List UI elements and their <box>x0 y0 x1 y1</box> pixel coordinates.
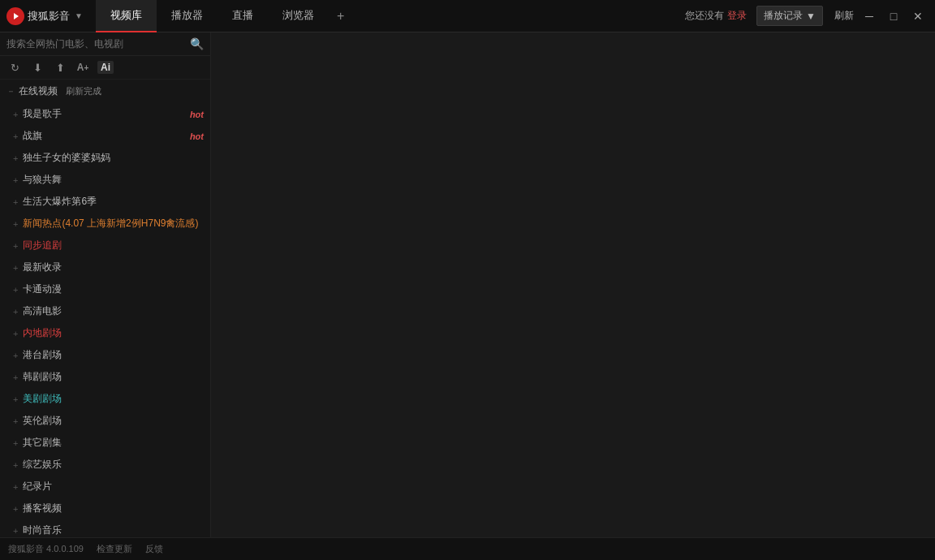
sidebar-scroll: － 在线视频 刷新完成 + 我是歌手 hot + 战旗 hot + 独生子女的婆… <box>0 80 210 537</box>
expand-icon: + <box>13 175 18 185</box>
list-item-katong[interactable]: + 卡通动漫 <box>0 278 210 300</box>
expand-icon: + <box>13 219 18 229</box>
list-item-shenghuo[interactable]: + 生活大爆炸第6季 <box>0 191 210 213</box>
titlebar: 搜狐影音 ▼ 视频库 播放器 直播 浏览器 + 您还没有 登录 播放记录 ▼ 刷… <box>0 0 935 32</box>
tab-player[interactable]: 播放器 <box>157 0 218 32</box>
check-update-link[interactable]: 检查更新 <box>97 543 132 555</box>
expand-icon: + <box>13 197 18 207</box>
history-button[interactable]: 播放记录 ▼ <box>756 6 823 26</box>
font-size-icon[interactable]: A+ <box>75 59 91 75</box>
expand-icon: + <box>13 373 18 382</box>
expand-icon: + <box>13 460 18 470</box>
expand-icon: + <box>13 241 18 251</box>
section-collapse-icon: － <box>6 85 15 97</box>
window-controls: ─ □ ✕ <box>859 6 929 27</box>
list-item-boke[interactable]: + 播客视频 <box>0 498 210 519</box>
logo-label: 搜狐影音 <box>28 9 70 24</box>
app-version: 搜狐影音 4.0.0.109 <box>8 543 84 555</box>
list-item-hanguo[interactable]: + 韩剧剧场 <box>0 366 210 388</box>
expand-icon: + <box>13 153 18 163</box>
search-input[interactable] <box>6 38 190 50</box>
expand-icon: + <box>13 416 18 426</box>
expand-icon: + <box>13 110 18 119</box>
list-item-tongbu[interactable]: + 同步追剧 <box>0 235 210 256</box>
expand-icon: + <box>13 526 18 536</box>
refresh-complete-text: 刷新完成 <box>66 85 101 97</box>
nav-tabs: 视频库 播放器 直播 浏览器 + <box>96 0 685 32</box>
list-item-gangtai[interactable]: + 港台剧场 <box>0 344 210 366</box>
content-area <box>211 32 935 537</box>
list-item-zongyi[interactable]: + 综艺娱乐 <box>0 454 210 476</box>
list-item-meiju[interactable]: + 美剧剧场 <box>0 388 210 410</box>
expand-icon: + <box>13 285 18 295</box>
expand-icon: + <box>13 131 18 141</box>
list-item-qita[interactable]: + 其它剧集 <box>0 432 210 454</box>
statusbar: 搜狐影音 4.0.0.109 检查更新 反馈 <box>0 537 935 560</box>
list-item-woshi-gesh[interactable]: + 我是歌手 hot <box>0 103 210 125</box>
online-video-section-header[interactable]: － 在线视频 刷新完成 <box>0 80 210 103</box>
login-link[interactable]: 登录 <box>727 9 747 23</box>
close-button[interactable]: ✕ <box>907 6 929 27</box>
list-item-gaoqing[interactable]: + 高清电影 <box>0 300 210 322</box>
refresh-button[interactable]: 刷新 <box>829 6 859 25</box>
online-video-label: 在线视频 <box>19 84 58 98</box>
add-tab-button[interactable]: + <box>329 0 352 32</box>
tab-browser[interactable]: 浏览器 <box>268 0 329 32</box>
login-area: 您还没有 登录 <box>685 9 747 23</box>
search-bar: 🔍 <box>0 32 210 56</box>
list-item-dushengzi[interactable]: + 独生子女的婆婆妈妈 <box>0 147 210 169</box>
list-item-shishang[interactable]: + 时尚音乐 <box>0 519 210 537</box>
minimize-button[interactable]: ─ <box>859 6 880 27</box>
feedback-link[interactable]: 反馈 <box>145 543 163 555</box>
list-item-xinwen[interactable]: + 新闻热点(4.07 上海新增2例H7N9禽流感) <box>0 213 210 235</box>
app-logo[interactable]: 搜狐影音 ▼ <box>6 7 83 25</box>
refresh-icon[interactable]: ↻ <box>6 59 23 75</box>
ai-button[interactable]: Ai <box>97 61 114 74</box>
logo-dropdown-icon: ▼ <box>75 11 83 20</box>
tab-video-lib[interactable]: 视频库 <box>96 0 157 32</box>
expand-icon: + <box>13 438 18 448</box>
list-item-yulanggongwu[interactable]: + 与狼共舞 <box>0 169 210 191</box>
upload-icon[interactable]: ⬆ <box>52 59 68 75</box>
download-icon[interactable]: ⬇ <box>29 59 45 75</box>
list-item-neidi[interactable]: + 内地剧场 <box>0 322 210 344</box>
maximize-button[interactable]: □ <box>883 6 904 27</box>
expand-icon: + <box>13 263 18 273</box>
expand-icon: + <box>13 307 18 317</box>
sidebar: 🔍 ↻ ⬇ ⬆ A+ Ai － 在线视频 刷新完成 + 我是歌手 <box>0 32 211 537</box>
expand-icon: + <box>13 482 18 492</box>
toolbar-row: ↻ ⬇ ⬆ A+ Ai <box>0 56 210 80</box>
tab-live[interactable]: 直播 <box>218 0 268 32</box>
expand-icon: + <box>13 394 18 404</box>
expand-icon: + <box>13 504 18 514</box>
search-icon[interactable]: 🔍 <box>190 37 204 50</box>
expand-icon: + <box>13 329 18 338</box>
logo-icon <box>6 7 24 25</box>
list-item-zuixin[interactable]: + 最新收录 <box>0 256 210 278</box>
main-layout: 🔍 ↻ ⬇ ⬆ A+ Ai － 在线视频 刷新完成 + 我是歌手 <box>0 32 935 537</box>
list-item-zhanqi[interactable]: + 战旗 hot <box>0 125 210 147</box>
list-item-jilupian[interactable]: + 纪录片 <box>0 476 210 498</box>
list-item-yinglun[interactable]: + 英伦剧场 <box>0 410 210 432</box>
expand-icon: + <box>13 351 18 360</box>
